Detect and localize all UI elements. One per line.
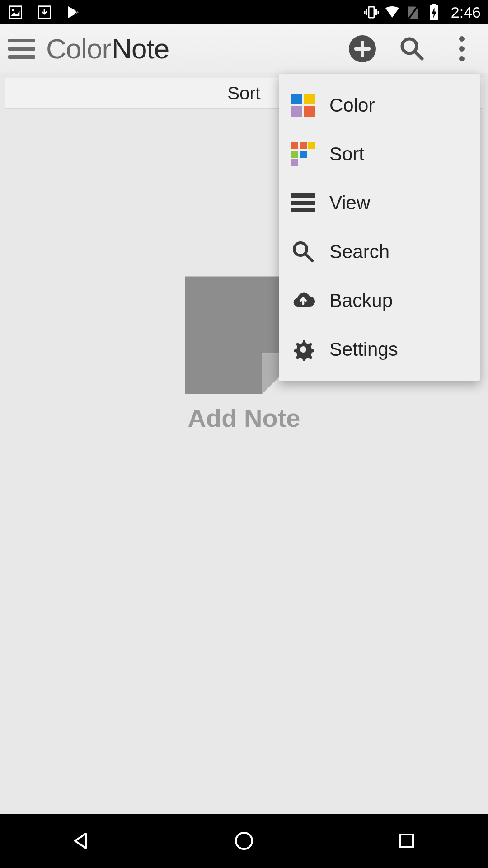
svg-rect-0	[9, 6, 22, 19]
back-button[interactable]	[68, 827, 95, 854]
svg-rect-8	[432, 4, 436, 6]
no-sim-icon	[405, 4, 421, 20]
menu-item-label: View	[329, 192, 370, 214]
menu-item-backup[interactable]: Backup	[279, 276, 480, 325]
svg-line-14	[305, 254, 312, 261]
add-button[interactable]	[344, 31, 380, 67]
search-icon	[291, 240, 315, 264]
home-button[interactable]	[230, 827, 258, 854]
gallery-icon	[7, 4, 23, 20]
status-time: 2:46	[451, 4, 481, 21]
recent-apps-button[interactable]	[393, 827, 420, 854]
menu-item-label: Backup	[329, 290, 393, 311]
gear-icon	[291, 338, 315, 361]
menu-button[interactable]	[8, 35, 35, 62]
search-button[interactable]	[394, 31, 430, 67]
menu-item-label: Sort	[329, 143, 364, 165]
play-store-icon	[65, 4, 81, 20]
overflow-button[interactable]	[444, 31, 480, 67]
menu-item-color[interactable]: Color	[279, 81, 480, 130]
app-bar: ColorNote	[0, 24, 488, 73]
status-bar: 2:46	[0, 0, 488, 24]
menu-item-search[interactable]: Search	[279, 227, 480, 276]
empty-state-label: Add Note	[185, 403, 303, 433]
svg-rect-5	[369, 7, 374, 18]
menu-item-label: Settings	[329, 339, 398, 360]
svg-marker-1	[11, 11, 20, 16]
svg-rect-18	[400, 835, 413, 847]
menu-item-label: Search	[329, 241, 389, 263]
sort-icon	[291, 142, 315, 166]
menu-item-settings[interactable]: Settings	[279, 325, 480, 374]
svg-line-12	[415, 52, 422, 59]
svg-point-15	[300, 346, 306, 353]
wifi-icon	[384, 4, 400, 20]
vibrate-icon	[363, 4, 380, 20]
view-icon	[291, 191, 315, 215]
download-icon	[36, 4, 52, 20]
menu-item-label: Color	[329, 94, 375, 116]
app-title: ColorNote	[46, 33, 169, 65]
overflow-menu: Color Sort View Search Backup S	[279, 74, 480, 381]
battery-charging-icon	[426, 4, 442, 20]
color-icon	[291, 94, 315, 117]
navigation-bar	[0, 814, 488, 868]
svg-point-2	[12, 9, 14, 11]
menu-item-sort[interactable]: Sort	[279, 130, 480, 179]
svg-point-17	[236, 833, 252, 849]
sort-bar-label: Sort	[227, 83, 260, 104]
menu-item-view[interactable]: View	[279, 179, 480, 227]
cloud-upload-icon	[291, 289, 315, 312]
svg-marker-16	[75, 834, 86, 848]
